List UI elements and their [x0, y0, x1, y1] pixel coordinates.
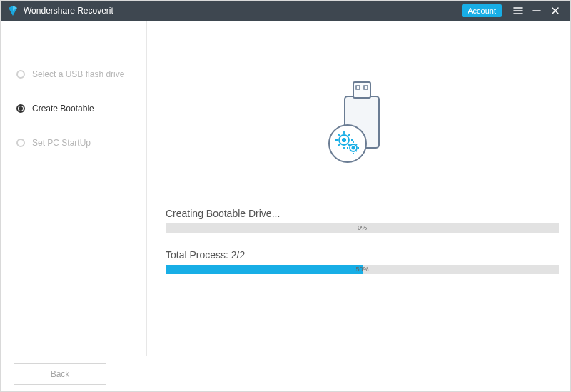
step-label: Select a USB flash drive — [32, 69, 124, 79]
app-window: Wondershare Recoverit Account Select a U… — [0, 0, 571, 392]
svg-rect-1 — [353, 82, 370, 98]
total-progress-fill — [166, 265, 363, 274]
total-progress-percent: 50% — [355, 265, 368, 274]
step-create-bootable: Create Bootable — [1, 96, 146, 121]
body: Select a USB flash drive Create Bootable… — [1, 21, 570, 356]
step-label: Set PC StartUp — [32, 138, 91, 148]
svg-point-6 — [342, 139, 345, 141]
step-select-usb: Select a USB flash drive — [1, 62, 146, 86]
back-button[interactable]: Back — [14, 363, 106, 385]
titlebar: Wondershare Recoverit Account — [1, 1, 570, 21]
task-progress-bar: 0% — [166, 223, 559, 233]
total-progress-label: Total Process: 2/2 — [166, 249, 559, 261]
usb-drive-icon — [309, 76, 409, 176]
radio-unselected-icon — [16, 139, 25, 147]
radio-selected-icon — [16, 104, 25, 113]
task-progress-label: Creating Bootable Drive... — [166, 208, 559, 219]
radio-unselected-icon — [16, 70, 25, 79]
sidebar: Select a USB flash drive Create Bootable… — [1, 21, 147, 356]
close-icon[interactable] — [546, 1, 565, 21]
minimize-icon[interactable] — [527, 1, 546, 21]
svg-point-8 — [352, 146, 354, 149]
footer: Back — [1, 356, 570, 391]
menu-icon[interactable] — [509, 1, 527, 21]
total-progress-bar: 50% — [166, 265, 559, 274]
task-progress-percent: 0% — [358, 223, 367, 233]
main-panel: Creating Bootable Drive... 0% Total Proc… — [147, 21, 570, 356]
app-title: Wondershare Recoverit — [24, 6, 113, 16]
total-progress-section: Total Process: 2/2 50% — [166, 249, 559, 274]
task-progress-section: Creating Bootable Drive... 0% — [166, 208, 559, 233]
step-label: Create Bootable — [32, 104, 94, 114]
app-logo-icon — [6, 4, 19, 17]
account-button[interactable]: Account — [462, 4, 502, 17]
step-set-pc-startup: Set PC StartUp — [1, 131, 146, 155]
